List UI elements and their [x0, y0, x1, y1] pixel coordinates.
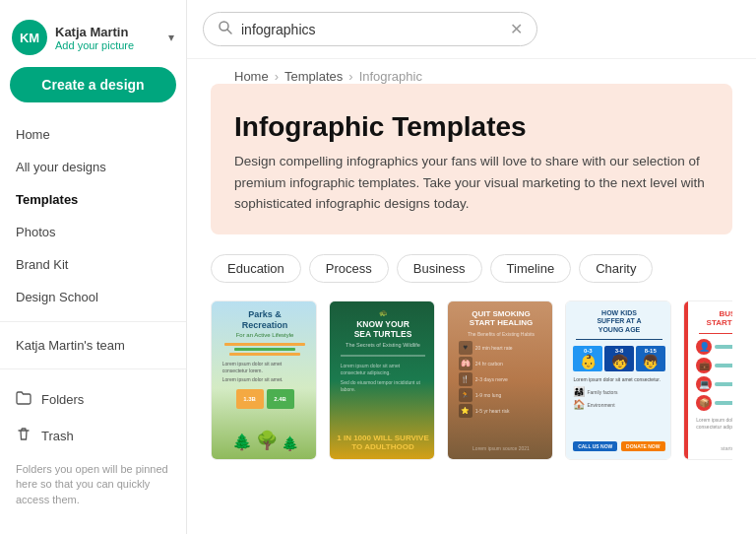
- filter-chip-process[interactable]: Process: [309, 254, 389, 283]
- user-info: Katja Martin Add your picture: [55, 25, 134, 51]
- sidebar-nav: Home All your designs Templates Photos B…: [0, 118, 186, 313]
- breadcrumb-templates[interactable]: Templates: [284, 69, 343, 84]
- filter-chip-business[interactable]: Business: [397, 254, 482, 283]
- folders-item[interactable]: Folders: [0, 381, 186, 418]
- folder-section: Folders Trash: [0, 381, 186, 454]
- breadcrumb: Home › Templates › Infographic: [211, 59, 732, 84]
- filter-chip-timeline[interactable]: Timeline: [490, 254, 572, 283]
- create-design-button[interactable]: Create a design: [10, 67, 176, 102]
- sidebar-item-design-school[interactable]: Design School: [0, 281, 186, 313]
- folder-icon: [16, 390, 32, 409]
- template-card[interactable]: BUSINESSSTARTUP COSTS 👤 💼 💻: [683, 300, 732, 460]
- breadcrumb-current: Infographic: [359, 69, 422, 84]
- sidebar-team[interactable]: Katja Martin's team: [0, 330, 186, 361]
- svg-line-1: [227, 30, 231, 33]
- sidebar-divider: [0, 321, 186, 322]
- add-picture-link[interactable]: Add your picture: [55, 39, 134, 51]
- hero-section: Infographic Templates Design compelling …: [211, 84, 732, 234]
- filter-chips: Education Process Business Timeline Char…: [211, 254, 732, 283]
- template-grid: Parks &Recreation For an Active Lifestyl…: [211, 300, 732, 460]
- template-card[interactable]: Parks &Recreation For an Active Lifestyl…: [211, 300, 317, 460]
- breadcrumb-home[interactable]: Home: [234, 69, 269, 84]
- sidebar-item-home[interactable]: Home: [0, 118, 186, 151]
- sidebar-item-brand-kit[interactable]: Brand Kit: [0, 248, 186, 281]
- sidebar: KM Katja Martin Add your picture ▾ Creat…: [0, 0, 187, 534]
- avatar: KM: [12, 20, 47, 55]
- filter-chip-charity[interactable]: Charity: [579, 254, 653, 283]
- search-box[interactable]: ✕: [203, 12, 537, 46]
- content-area: Home › Templates › Infographic Infograph…: [187, 59, 756, 534]
- sidebar-item-all-designs[interactable]: All your designs: [0, 151, 186, 183]
- trash-label: Trash: [41, 429, 74, 443]
- search-input[interactable]: [241, 22, 502, 37]
- sidebar-item-photos[interactable]: Photos: [0, 216, 186, 248]
- top-bar: ✕: [187, 0, 756, 59]
- sidebar-hint: Folders you open will be pinned here so …: [0, 454, 186, 515]
- filter-chip-education[interactable]: Education: [211, 254, 301, 283]
- chevron-down-icon: ▾: [168, 31, 174, 44]
- template-card[interactable]: HOW KIDSSUFFER AT AYOUNG AGE 0-3 👶 3-8 🧒: [565, 300, 671, 460]
- trash-item[interactable]: Trash: [0, 418, 186, 454]
- user-section[interactable]: KM Katja Martin Add your picture ▾: [0, 12, 186, 67]
- template-card[interactable]: 🐢 KNOW YOURSEA TURTLES The Secrets of Ex…: [329, 300, 435, 460]
- template-card[interactable]: QUIT SMOKINGSTART HEALING The Benefits o…: [447, 300, 553, 460]
- user-name: Katja Martin: [55, 25, 134, 39]
- breadcrumb-sep-2: ›: [348, 69, 352, 84]
- main-content: ✕ Home › Templates › Infographic Infogra…: [187, 0, 756, 534]
- folders-label: Folders: [41, 392, 84, 407]
- sidebar-item-templates[interactable]: Templates: [0, 183, 186, 216]
- breadcrumb-sep-1: ›: [275, 69, 279, 84]
- sidebar-divider-2: [0, 368, 186, 369]
- trash-icon: [16, 427, 32, 445]
- page-title: Infographic Templates: [234, 111, 709, 143]
- hero-description: Design compelling infographics your fans…: [234, 151, 709, 215]
- search-icon: [218, 20, 233, 38]
- clear-search-icon[interactable]: ✕: [510, 20, 523, 38]
